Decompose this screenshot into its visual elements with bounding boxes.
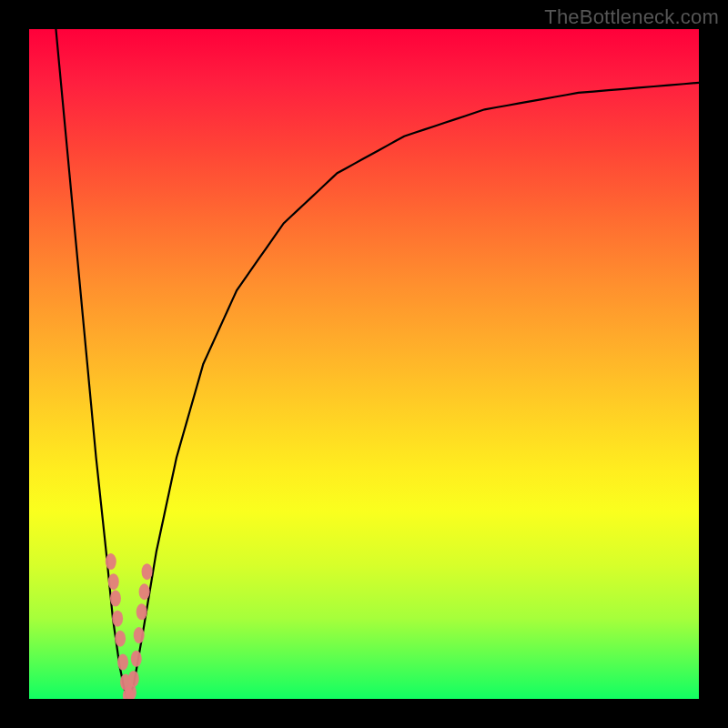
marker-dot bbox=[131, 651, 142, 667]
curve-left-branch bbox=[56, 29, 127, 699]
marker-dot bbox=[108, 573, 119, 590]
attribution-text: TheBottleneck.com bbox=[544, 5, 719, 29]
marker-dot bbox=[123, 687, 134, 699]
marker-dot bbox=[134, 627, 145, 643]
marker-dot bbox=[139, 583, 150, 600]
curve-right-branch bbox=[128, 83, 699, 699]
plot-area bbox=[29, 29, 699, 699]
chart-frame: TheBottleneck.com bbox=[0, 0, 728, 728]
marker-dot bbox=[106, 553, 116, 570]
marker-dot bbox=[136, 603, 147, 620]
marker-dot bbox=[142, 563, 153, 580]
marker-dot bbox=[128, 671, 139, 687]
marker-dot bbox=[115, 631, 126, 647]
curve-layer bbox=[29, 29, 699, 699]
marker-dot bbox=[110, 591, 121, 607]
marker-group bbox=[106, 553, 153, 699]
marker-dot bbox=[120, 674, 131, 691]
marker-dot bbox=[117, 654, 128, 671]
marker-dot bbox=[126, 684, 136, 699]
marker-dot bbox=[112, 611, 123, 627]
